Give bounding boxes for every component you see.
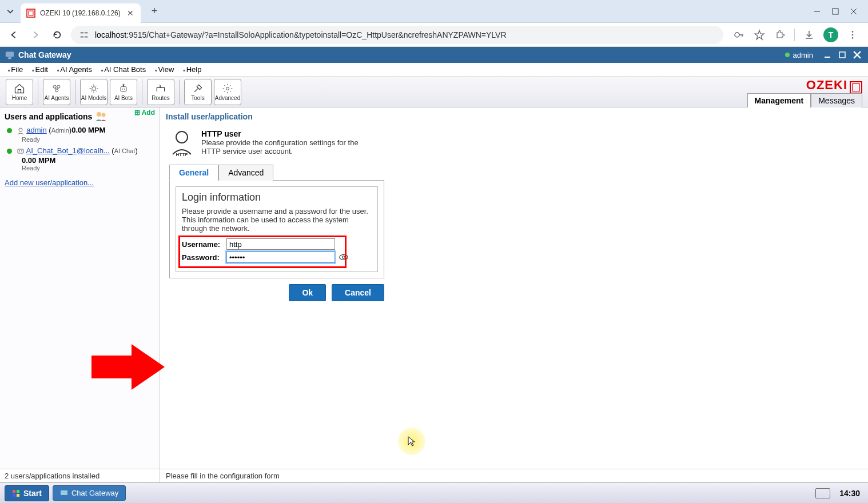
site-settings-icon[interactable] bbox=[79, 30, 89, 40]
clock[interactable]: 14:30 bbox=[839, 489, 860, 498]
svg-point-23 bbox=[55, 89, 58, 91]
menu-ai-chat-bots[interactable]: AI Chat Bots bbox=[97, 65, 150, 74]
window-minimize-icon[interactable] bbox=[813, 7, 821, 15]
toolbar-routes-button[interactable]: Routes bbox=[147, 79, 174, 105]
svg-line-25 bbox=[57, 88, 58, 89]
svg-rect-6 bbox=[81, 32, 83, 33]
browser-tab[interactable]: OZEKI 10 (192.168.0.126) ✕ bbox=[21, 3, 141, 23]
username-input[interactable] bbox=[226, 238, 335, 250]
status-dot-icon bbox=[7, 149, 12, 154]
admin-indicator[interactable]: admin bbox=[785, 51, 813, 59]
svg-rect-0 bbox=[27, 9, 35, 17]
install-description: Please provide the configuration setting… bbox=[201, 138, 379, 155]
window-close-icon[interactable] bbox=[850, 7, 858, 15]
fieldset-legend: Login information bbox=[182, 191, 372, 203]
svg-point-13 bbox=[852, 31, 854, 33]
app-close-icon[interactable] bbox=[851, 49, 863, 61]
chat-icon bbox=[60, 489, 68, 497]
app-title-bar: Chat Gateway admin bbox=[0, 47, 868, 63]
brand-logo-icon bbox=[850, 81, 862, 94]
svg-point-22 bbox=[57, 85, 60, 88]
svg-point-42 bbox=[343, 256, 345, 259]
svg-rect-1 bbox=[29, 11, 33, 15]
app-minimize-icon[interactable] bbox=[821, 49, 834, 61]
user-bot-link[interactable]: AI_Chat_Bot_1@localh... bbox=[26, 146, 110, 155]
svg-rect-44 bbox=[13, 490, 15, 493]
bot-icon bbox=[17, 147, 25, 155]
toolbar-advanced-button[interactable]: Advanced bbox=[214, 79, 241, 105]
svg-rect-47 bbox=[17, 494, 19, 497]
reload-button[interactable] bbox=[49, 27, 65, 43]
forward-button[interactable] bbox=[27, 27, 43, 43]
svg-marker-43 bbox=[91, 344, 165, 390]
profile-avatar[interactable]: T bbox=[823, 27, 838, 42]
menu-view[interactable]: View bbox=[150, 65, 178, 74]
tab-management[interactable]: Management bbox=[747, 93, 811, 107]
toolbar-ai-models-button[interactable]: AI Models bbox=[80, 79, 107, 105]
svg-point-35 bbox=[19, 128, 22, 131]
toolbar-ai-bots-button[interactable]: AI Bots bbox=[110, 79, 137, 105]
users-icon bbox=[94, 111, 108, 122]
extensions-icon[interactable] bbox=[774, 29, 786, 41]
url-text: localhost:9515/Chat+Gateway/?a=InstallSo… bbox=[95, 30, 507, 39]
password-key-icon[interactable] bbox=[732, 29, 745, 41]
app-icon bbox=[5, 50, 15, 60]
install-title: HTTP user bbox=[201, 129, 379, 138]
tab-favicon-icon bbox=[26, 9, 35, 18]
taskbar-item-chat-gateway[interactable]: Chat Gateway bbox=[53, 485, 126, 501]
ok-button[interactable]: Ok bbox=[289, 284, 326, 301]
svg-point-33 bbox=[97, 112, 101, 117]
downloads-icon[interactable] bbox=[803, 29, 815, 41]
menu-help[interactable]: Help bbox=[178, 65, 206, 74]
user-admin-link[interactable]: admin bbox=[26, 126, 46, 134]
menu-edit[interactable]: Edit bbox=[27, 65, 53, 74]
status-right: Please fill in the configuration form bbox=[160, 469, 285, 482]
svg-point-29 bbox=[124, 89, 125, 90]
list-item[interactable]: admin (Admin)0.00 MPM bbox=[7, 126, 155, 135]
tab-messages[interactable]: Messages bbox=[811, 93, 862, 107]
tab-general[interactable]: General bbox=[169, 165, 218, 181]
status-dot-icon bbox=[7, 128, 12, 133]
sidebar-header: Users and applications bbox=[5, 111, 155, 122]
add-new-user-link[interactable]: Add new user/application... bbox=[5, 178, 155, 187]
content-area: Install user/application HTTP HTTP user … bbox=[160, 107, 868, 494]
mpm-value: 0.00 MPM bbox=[22, 156, 155, 165]
tab-advanced[interactable]: Advanced bbox=[218, 165, 273, 181]
tab-title: OZEKI 10 (192.168.0.126) bbox=[40, 9, 121, 17]
keyboard-icon[interactable] bbox=[815, 488, 830, 498]
password-label: Password: bbox=[182, 253, 223, 262]
svg-rect-8 bbox=[81, 36, 83, 37]
browser-menu-icon[interactable] bbox=[846, 29, 859, 41]
svg-point-26 bbox=[92, 86, 96, 90]
svg-rect-45 bbox=[17, 490, 19, 493]
add-link[interactable]: Add bbox=[134, 109, 155, 117]
new-tab-button[interactable]: + bbox=[146, 3, 162, 19]
password-input[interactable] bbox=[226, 251, 335, 263]
status-ready: Ready bbox=[22, 165, 155, 171]
cancel-button[interactable]: Cancel bbox=[332, 284, 384, 301]
svg-rect-27 bbox=[121, 86, 126, 91]
svg-rect-7 bbox=[85, 32, 87, 33]
menu-ai-agents[interactable]: AI Agents bbox=[53, 65, 97, 74]
bookmark-star-icon[interactable] bbox=[753, 29, 766, 41]
toolbar-tools-button[interactable]: Tools bbox=[184, 79, 212, 105]
svg-rect-36 bbox=[18, 149, 23, 153]
tab-close-icon[interactable]: ✕ bbox=[126, 9, 135, 18]
toolbar-ai-agents-button[interactable]: AI Agents bbox=[43, 79, 70, 105]
status-bar: 2 users/applications installed Please fi… bbox=[0, 469, 868, 482]
svg-rect-18 bbox=[839, 52, 845, 58]
app-title: Chat Gateway bbox=[18, 50, 785, 59]
list-item[interactable]: AI_Chat_Bot_1@localh... (AI Chat) bbox=[7, 146, 155, 155]
tab-search-dropdown[interactable] bbox=[5, 6, 16, 17]
toolbar-home-button[interactable]: Home bbox=[6, 79, 33, 105]
app-maximize-icon[interactable] bbox=[836, 49, 849, 61]
svg-text:HTTP: HTTP bbox=[176, 152, 189, 157]
start-button[interactable]: Start bbox=[5, 485, 49, 501]
address-bar[interactable]: localhost:9515/Chat+Gateway/?a=InstallSo… bbox=[71, 26, 723, 44]
show-password-icon[interactable] bbox=[339, 252, 349, 262]
svg-rect-16 bbox=[6, 52, 14, 57]
window-maximize-icon[interactable] bbox=[831, 7, 839, 15]
menu-file[interactable]: File bbox=[3, 65, 27, 74]
status-left: 2 users/applications installed bbox=[0, 469, 160, 482]
back-button[interactable] bbox=[6, 27, 22, 43]
